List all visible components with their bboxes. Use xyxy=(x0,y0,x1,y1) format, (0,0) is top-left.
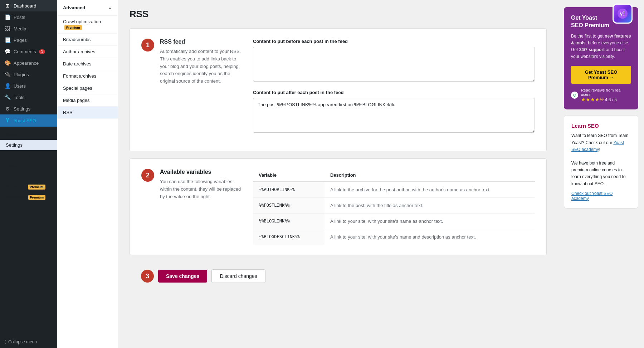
settings-icon: ⚙ xyxy=(4,106,11,112)
rss-feed-row: 1 RSS feed Automatically add content to … xyxy=(130,29,546,151)
yoast-logo: y! xyxy=(613,4,633,24)
advanced-section-header[interactable]: Advanced ▲ xyxy=(57,0,118,16)
desc-blogdesclink: A link to your site, with your site's na… xyxy=(325,229,535,245)
rss-feed-description: Automatically add content to your RSS. T… xyxy=(160,48,241,85)
section-right-1: Content to put before each post in the f… xyxy=(253,39,535,141)
footer-actions: 3 Save changes Discard changes xyxy=(130,262,547,290)
sidebar-media-pages[interactable]: Media pages xyxy=(57,94,118,107)
sidebar-format-archives[interactable]: Format archives xyxy=(57,70,118,82)
media-icon: 🖼 xyxy=(4,26,11,31)
admin-sidebar: ⊞ Dashboard 📄 Posts 🖼 Media 📃 Pages 💬 Co… xyxy=(0,0,57,348)
appearance-icon: 🎨 xyxy=(4,60,11,66)
dashboard-icon: ⊞ xyxy=(4,3,11,9)
yoast-logo-svg: y! xyxy=(617,8,628,19)
sidebar-special-pages[interactable]: Special pages xyxy=(57,82,118,94)
sidebar-item-plugins[interactable]: 🔌 Plugins xyxy=(0,69,57,80)
promo-card: y! Get Yoast SEO Premium Be the first to… xyxy=(564,7,638,109)
table-row: %%BLOGLINK%% A link to your site, with y… xyxy=(253,214,535,229)
reviews-label: Read reviews from real users xyxy=(581,88,631,97)
get-premium-button[interactable]: Get Yoast SEO Premium → xyxy=(571,66,631,84)
yoast-icon: Y xyxy=(4,117,11,124)
var-postlink: %%POSTLINK%% xyxy=(253,198,325,214)
svg-text:y!: y! xyxy=(620,10,625,17)
rss-feed-section: 1 RSS feed Automatically add content to … xyxy=(130,28,547,151)
promo-description: Be the first to get new features & tools… xyxy=(571,33,631,60)
section-number-3: 3 xyxy=(141,270,154,283)
academy-link[interactable]: Yoast SEO academy xyxy=(571,140,624,152)
variables-table: Variable Description %%AUTHORLINK%% A li… xyxy=(253,169,535,245)
subnav-tools[interactable]: Tools xyxy=(0,161,57,171)
sidebar-item-tools[interactable]: 🔧 Tools xyxy=(0,92,57,103)
yoast-subnav: General Settings Integrations Tools Prem… xyxy=(0,127,57,205)
table-row: %%AUTHORLINK%% A link to the archive for… xyxy=(253,182,535,198)
table-row: %%BLOGDESCLINK%% A link to your site, wi… xyxy=(253,229,535,245)
workouts-premium-badge: Premium xyxy=(28,185,45,190)
desc-bloglink: A link to your site, with your site's na… xyxy=(325,214,535,229)
desc-authorlink: A link to the archive for the post autho… xyxy=(325,182,535,198)
learn-intro: Want to learn SEO from Team Yoast? Check… xyxy=(571,132,631,187)
check-academy-link[interactable]: Check out Yoast SEO academy xyxy=(571,191,631,201)
after-feed-textarea[interactable]: The post %%POSTLINK%% appeared first on … xyxy=(253,98,535,133)
save-button[interactable]: Save changes xyxy=(158,270,207,283)
sidebar-item-settings[interactable]: ⚙ Settings xyxy=(0,103,57,114)
sidebar-item-users[interactable]: 👤 Users xyxy=(0,80,57,92)
rating-value: 4.6 / 5 xyxy=(605,97,617,102)
variable-col-header: Variable xyxy=(253,169,325,182)
table-row: %%POSTLINK%% A link to the post, with th… xyxy=(253,198,535,214)
crawl-premium-badge: Premium xyxy=(64,25,82,30)
variables-row: 2 Available variables You can use the fo… xyxy=(130,159,546,255)
subnav-general[interactable]: General xyxy=(0,129,57,140)
sidebar-item-appearance[interactable]: 🎨 Appearance xyxy=(0,57,57,69)
section-left-1: 1 RSS feed Automatically add content to … xyxy=(141,39,241,141)
capterra-logo: C xyxy=(571,92,578,99)
sidebar-date-archives[interactable]: Date archives xyxy=(57,58,118,70)
collapse-icon: ⟨ xyxy=(4,339,6,344)
description-col-header: Description xyxy=(325,169,535,182)
stars-rating: ★★★★½ xyxy=(581,97,604,102)
page-title: RSS xyxy=(130,9,547,20)
users-icon: 👤 xyxy=(4,83,11,89)
subnav-settings[interactable]: Settings xyxy=(0,140,57,150)
subnav-integrations[interactable]: Integrations xyxy=(0,150,57,161)
sidebar-item-pages[interactable]: 📃 Pages xyxy=(0,34,57,46)
promo-reviews: C Read reviews from real users ★★★★½ 4.6… xyxy=(571,88,631,102)
desc-postlink: A link to the post, with the title as an… xyxy=(325,198,535,214)
sidebar-item-posts[interactable]: 📄 Posts xyxy=(0,11,57,23)
posts-icon: 📄 xyxy=(4,14,11,20)
sidebar-rss[interactable]: RSS xyxy=(57,107,118,119)
sidebar-item-yoast[interactable]: Y Yoast SEO xyxy=(0,114,57,127)
before-feed-textarea[interactable] xyxy=(253,47,535,82)
section-number-2: 2 xyxy=(141,169,154,182)
collapse-menu-button[interactable]: ⟨ Collapse menu xyxy=(0,336,57,348)
var-bloglink: %%BLOGLINK%% xyxy=(253,214,325,229)
sidebar-crawl[interactable]: Crawl optimization Premium xyxy=(57,16,118,34)
discard-button[interactable]: Discard changes xyxy=(211,269,265,283)
main-content: RSS 1 RSS feed Automatically add content… xyxy=(118,0,558,348)
sidebar-item-comments[interactable]: 💬 Comments 1 xyxy=(0,46,57,57)
subnav-workouts[interactable]: Workouts Premium xyxy=(0,181,57,192)
available-variables-section: 2 Available variables You can use the fo… xyxy=(130,158,547,255)
before-feed-label: Content to put before each post in the f… xyxy=(253,39,535,44)
subnav-premium[interactable]: Premium xyxy=(0,171,57,181)
tools-icon: 🔧 xyxy=(4,94,11,100)
comments-icon: 💬 xyxy=(4,49,11,54)
after-feed-label: Content to put after each post in the fe… xyxy=(253,90,535,95)
var-blogdesclink: %%BLOGDESCLINK%% xyxy=(253,229,325,245)
comments-badge: 1 xyxy=(39,49,45,54)
learn-card: Learn SEO Want to learn SEO from Team Yo… xyxy=(564,115,638,209)
section-left-2: 2 Available variables You can use the fo… xyxy=(141,169,241,245)
sidebar-item-media[interactable]: 🖼 Media xyxy=(0,23,57,34)
section-number-1: 1 xyxy=(141,39,154,52)
section-info-1: RSS feed Automatically add content to yo… xyxy=(160,39,241,85)
pages-icon: 📃 xyxy=(4,37,11,43)
chevron-up-icon: ▲ xyxy=(108,6,112,10)
rss-feed-heading: RSS feed xyxy=(160,39,241,45)
sidebar-breadcrumbs[interactable]: Breadcrumbs xyxy=(57,34,118,46)
learn-heading: Learn SEO xyxy=(571,123,631,129)
redirects-premium-badge: Premium xyxy=(28,195,46,200)
section-right-2: Variable Description %%AUTHORLINK%% A li… xyxy=(253,169,535,245)
sidebar-item-dashboard[interactable]: ⊞ Dashboard xyxy=(0,0,57,11)
subnav-redirects[interactable]: Redirects Premium xyxy=(0,192,57,203)
sidebar-author-archives[interactable]: Author archives xyxy=(57,46,118,58)
variables-heading: Available variables xyxy=(160,169,241,175)
